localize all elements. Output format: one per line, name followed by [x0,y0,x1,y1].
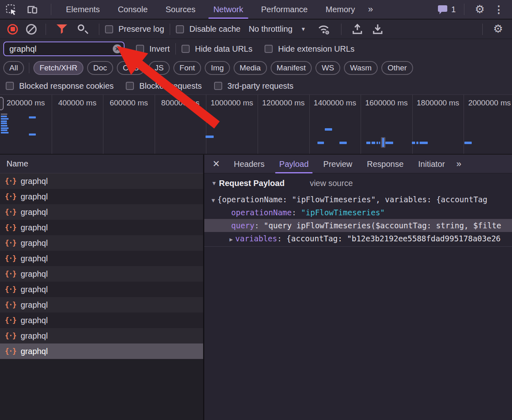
waterfall-bar[interactable] [1,120,7,122]
checkbox-blocked-requests[interactable]: Blocked requests [126,81,201,91]
clear-filter-icon[interactable]: ✕ [113,44,122,53]
import-har-icon[interactable] [351,23,363,35]
request-row[interactable]: {·}graphql [0,266,203,282]
close-detail-icon[interactable]: ✕ [208,159,226,169]
checkbox-box[interactable] [182,45,190,53]
chip-other[interactable]: Other [381,61,413,75]
payload-root-preview[interactable]: ▼{operationName: "ipFlowTimeseries", var… [204,193,512,206]
waterfall-bar[interactable] [1,116,7,117]
network-conditions-icon[interactable] [317,23,331,35]
chip-ws[interactable]: WS [315,61,340,75]
checkbox-box[interactable] [265,45,273,53]
waterfall-bar[interactable] [1,132,9,133]
tab-elements[interactable]: Elements [57,0,109,19]
view-source-link[interactable]: view source [310,179,353,188]
tab-console[interactable]: Console [109,0,156,19]
collapse-caret-icon[interactable]: ▼ [209,194,217,206]
request-row[interactable]: {·}graphql [0,235,203,251]
payload-entry-operationname[interactable]: operationName: "ipFlowTimeseries" [204,206,512,219]
clear-network-log-icon[interactable] [26,24,37,35]
waterfall-bar[interactable] [366,142,370,144]
waterfall-bar[interactable] [372,142,375,144]
invert-checkbox[interactable]: Invert [136,44,170,54]
chip-fetch-xhr[interactable]: Fetch/XHR [33,61,83,75]
expand-caret-icon[interactable]: ▶ [227,233,235,245]
request-row[interactable]: {·}graphql [0,251,203,266]
request-row[interactable]: {·}graphql [0,204,203,220]
detail-tab-initiator[interactable]: Initiator [411,155,453,173]
chip-js[interactable]: JS [149,61,170,75]
checkbox-box[interactable] [6,82,14,90]
checkbox-box[interactable] [176,25,184,33]
hide-extension-urls-checkbox[interactable]: Hide extension URLs [265,44,354,54]
disable-cache-checkbox[interactable]: Disable cache [176,24,241,34]
waterfall-bar[interactable] [1,127,9,129]
network-settings-gear-icon[interactable]: ⚙ [488,24,508,35]
checkbox-blocked-response-cookies[interactable]: Blocked response cookies [6,81,114,91]
request-row[interactable]: {·}graphql [0,297,203,313]
name-column-header[interactable]: Name [0,155,203,173]
waterfall-bar[interactable] [376,142,378,144]
checkbox-box[interactable] [126,82,134,90]
tab-memory[interactable]: Memory [317,0,364,19]
chip-manifest[interactable]: Manifest [271,61,312,75]
waterfall-bar[interactable] [29,116,36,118]
chip-font[interactable]: Font [173,61,201,75]
tab-performance[interactable]: Performance [252,0,317,19]
filter-funnel-icon[interactable] [57,24,67,34]
preserve-log-checkbox[interactable]: Preserve log [105,24,164,34]
search-icon[interactable] [77,24,88,35]
more-detail-tabs-icon[interactable]: » [452,159,466,169]
payload-entry-variables[interactable]: ▶variables: {accountTag: "b12e3b2192ee55… [204,232,512,245]
request-row[interactable]: {·}graphql [0,173,203,189]
checkbox-box[interactable] [214,82,222,90]
chip-doc[interactable]: Doc [87,61,113,75]
request-row[interactable]: {·}graphql [0,282,203,297]
waterfall-bar[interactable] [464,142,472,144]
export-har-icon[interactable] [372,23,384,35]
detail-tab-preview[interactable]: Preview [316,155,359,173]
chip-img[interactable]: Img [205,61,230,75]
throttling-select[interactable]: No throttling ▼ [249,24,306,34]
waterfall-bar[interactable] [1,129,7,131]
collapse-caret-icon[interactable]: ▼ [210,180,218,186]
waterfall-bar[interactable] [29,133,36,136]
waterfall-bar[interactable] [385,142,393,144]
checkbox-box[interactable] [136,45,144,53]
detail-tab-payload[interactable]: Payload [272,155,316,173]
record-network-log-button[interactable] [7,24,18,35]
waterfall-bar[interactable] [325,128,332,131]
request-row[interactable]: {·}graphql [0,313,203,328]
chip-wasm[interactable]: Wasm [344,61,378,75]
timeline-selected-marker[interactable] [381,137,385,148]
waterfall-bar[interactable] [379,142,380,144]
waterfall-bar[interactable] [339,142,347,144]
waterfall-bar[interactable] [317,142,324,144]
waterfall-bar[interactable] [1,122,7,124]
chip-css[interactable]: CSS [117,61,145,75]
hide-data-urls-checkbox[interactable]: Hide data URLs [182,44,252,54]
more-panels-icon[interactable]: » [364,4,377,15]
payload-entry-query[interactable]: query: "query ipFlowTimeseries($accountT… [204,219,512,232]
chip-all[interactable]: All [3,61,24,75]
checkbox-3rd-party-requests[interactable]: 3rd-party requests [214,81,293,91]
network-overview-timeline[interactable]: 200000 ms400000 ms600000 ms800000 ms1000… [0,94,512,155]
waterfall-bar[interactable] [206,136,214,138]
tab-network[interactable]: Network [204,0,252,19]
kebab-menu-icon[interactable]: ⋮ [490,4,508,15]
tab-sources[interactable]: Sources [157,0,204,19]
request-row[interactable]: {·}graphql [0,328,203,343]
chip-media[interactable]: Media [234,61,267,75]
waterfall-bar[interactable] [1,125,7,127]
checkbox-box[interactable] [105,25,113,33]
detail-tab-headers[interactable]: Headers [226,155,272,173]
request-row[interactable]: {·}graphql [0,220,203,235]
detail-tab-response[interactable]: Response [359,155,411,173]
waterfall-bar[interactable] [412,142,415,144]
filter-input[interactable] [3,42,125,56]
waterfall-bar[interactable] [416,142,418,144]
waterfall-bar[interactable] [1,118,9,120]
request-row[interactable]: {·}graphql [0,343,203,359]
request-row[interactable]: {·}graphql [0,189,203,204]
waterfall-bar[interactable] [1,114,7,115]
